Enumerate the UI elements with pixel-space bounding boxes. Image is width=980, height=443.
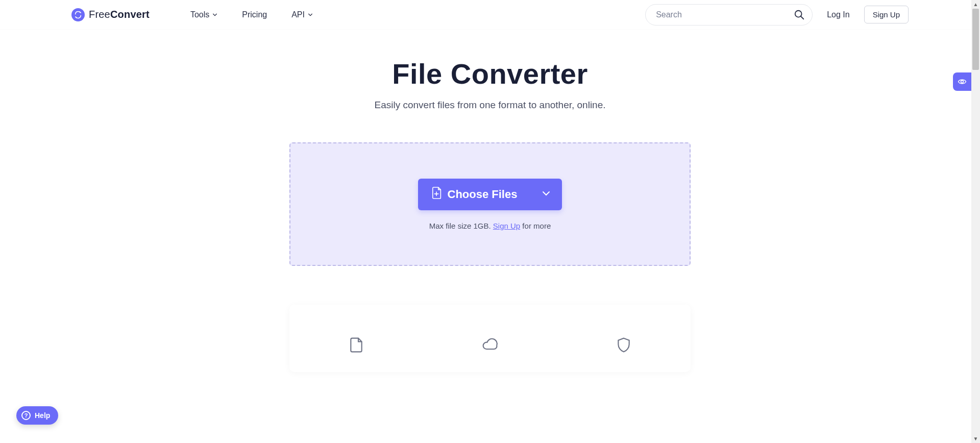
logo-text-light: Free <box>89 9 110 20</box>
nav-tools-label: Tools <box>190 10 209 19</box>
nav-tools[interactable]: Tools <box>190 10 217 19</box>
logo-text-bold: Convert <box>110 9 150 20</box>
size-note-prefix: Max file size 1GB. <box>429 222 493 230</box>
scrollbar-thumb[interactable] <box>972 9 979 70</box>
help-button[interactable]: ? Help <box>16 406 58 425</box>
nav-api-label: API <box>291 10 305 19</box>
search-icon[interactable] <box>794 9 805 20</box>
svg-point-2 <box>961 81 964 83</box>
help-icon: ? <box>21 411 31 420</box>
cloud-icon <box>481 336 499 354</box>
help-label: Help <box>35 411 50 420</box>
drop-wrapper: Choose Files Max file size 1GB. Sign Up … <box>0 142 980 266</box>
choose-files-button[interactable]: Choose Files <box>418 179 531 210</box>
svg-line-1 <box>801 16 804 19</box>
page-title: File Converter <box>0 57 980 90</box>
search-input[interactable] <box>656 10 794 19</box>
search-box[interactable] <box>645 4 813 26</box>
size-note-suffix: for more <box>520 222 551 230</box>
vertical-scrollbar[interactable]: ▲ ▼ <box>971 0 980 443</box>
main-nav: Tools Pricing API <box>190 10 313 19</box>
feature-card-wrapper <box>0 305 980 372</box>
feature-card <box>289 305 691 372</box>
accessibility-widget[interactable] <box>953 72 971 91</box>
choose-files-dropdown[interactable] <box>530 179 562 210</box>
signup-button[interactable]: Sign Up <box>864 6 909 23</box>
size-note-signup-link[interactable]: Sign Up <box>493 222 520 230</box>
hero: File Converter Easily convert files from… <box>0 57 980 111</box>
header: FreeConvert Tools Pricing API Log In Si <box>0 0 980 30</box>
logo-mark-icon <box>71 8 85 21</box>
scrollbar-up-arrow[interactable]: ▲ <box>971 0 980 9</box>
nav-pricing-label: Pricing <box>242 10 267 19</box>
upload-size-note: Max file size 1GB. Sign Up for more <box>429 222 551 230</box>
file-icon <box>348 336 365 354</box>
nav-api[interactable]: API <box>291 10 313 19</box>
logo-text: FreeConvert <box>89 9 150 20</box>
drop-zone[interactable]: Choose Files Max file size 1GB. Sign Up … <box>289 142 691 266</box>
scrollbar-down-arrow[interactable]: ▼ <box>971 434 980 443</box>
page-subtitle: Easily convert files from one format to … <box>0 100 980 111</box>
choose-files-group: Choose Files <box>418 179 562 210</box>
nav-pricing[interactable]: Pricing <box>242 10 267 19</box>
login-link[interactable]: Log In <box>827 10 849 19</box>
shield-icon <box>615 336 632 354</box>
header-right: Log In Sign Up <box>645 4 909 26</box>
chevron-down-icon <box>542 189 551 200</box>
logo[interactable]: FreeConvert <box>71 8 150 21</box>
file-plus-icon <box>431 186 443 203</box>
choose-files-label: Choose Files <box>448 188 518 201</box>
chevron-down-icon <box>308 12 313 17</box>
chevron-down-icon <box>212 12 217 17</box>
